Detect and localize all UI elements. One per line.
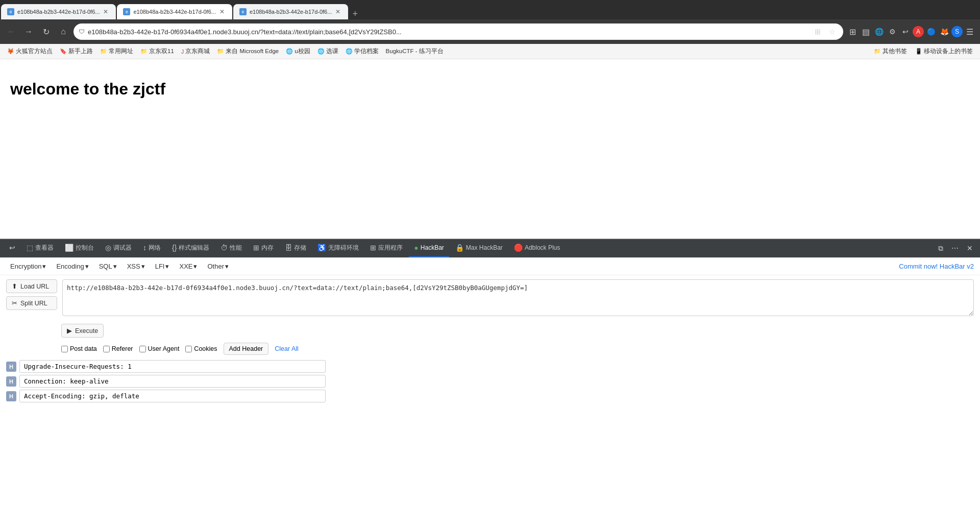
bookmark-uxiaoyuan[interactable]: 🌐 u校园 — [283, 46, 313, 56]
hackbar-menu-sql[interactable]: SQL ▾ — [95, 261, 121, 272]
bookmark-newuser[interactable]: 🔖 新手上路 — [57, 46, 96, 56]
hackbar-url-textarea[interactable]: http://e108b48a-b2b3-442e-b17d-0f6934a4f… — [62, 279, 974, 316]
hackbar-menu-encryption[interactable]: Encryption ▾ — [6, 261, 50, 272]
tab-1-close[interactable]: ✕ — [102, 8, 110, 16]
reload-button[interactable]: ↻ — [39, 25, 53, 39]
referer-checkbox-label[interactable]: Referer — [103, 345, 133, 352]
devtools-accessibility-tab[interactable]: ♿ 无障碍环境 — [312, 239, 364, 257]
execute-row: ▶ Execute — [0, 322, 980, 340]
devtools-adblock-icon: 🛑 — [514, 244, 523, 252]
cookies-checkbox-label[interactable]: Cookies — [185, 345, 217, 352]
xxe-chevron-icon: ▾ — [193, 262, 197, 270]
devtools-inspector-tab[interactable]: ⬚ 查看器 — [21, 239, 59, 257]
devtools-maxhackbar-tab[interactable]: 🔒 Max HackBar — [450, 239, 508, 257]
bookmark-jd[interactable]: J 京东商城 — [178, 46, 213, 56]
ext1-icon[interactable]: 🔵 — [925, 26, 937, 38]
devtools-hackbar-tab[interactable]: ● HackBar — [409, 239, 449, 257]
abp-icon[interactable]: A — [913, 26, 924, 37]
referer-checkbox[interactable] — [103, 346, 110, 352]
bookmark-mobile[interactable]: 📱 移动设备上的书签 — [912, 46, 976, 56]
header-row-1: H Connection: keep-alive — [6, 375, 974, 388]
tab-2[interactable]: e e108b48a-b2b3-442e-b17d-0f6... ✕ — [117, 4, 232, 19]
devtools-perf-tab[interactable]: ⏱ 性能 — [215, 239, 247, 257]
devtools-console-tab[interactable]: ⬜ 控制台 — [60, 239, 99, 257]
devtools-close-button[interactable]: ✕ — [964, 243, 976, 253]
post-data-checkbox[interactable] — [61, 346, 68, 352]
execute-button[interactable]: ▶ Execute — [61, 324, 104, 338]
devtools-style-tab[interactable]: {} 样式编辑器 — [167, 239, 214, 257]
back-button[interactable]: ← — [4, 25, 18, 39]
bookmark-other[interactable]: 📁 其他书签 — [871, 46, 910, 56]
user-agent-checkbox[interactable] — [139, 346, 146, 352]
other-chevron-icon: ▾ — [225, 262, 229, 270]
settings-icon[interactable]: ⚙ — [886, 26, 898, 38]
header-value-2[interactable]: Accept-Encoding: gzip, deflate — [19, 390, 326, 402]
bookmark-xuexin[interactable]: 🌐 学信档案 — [342, 46, 382, 56]
library-icon[interactable]: ⊞ — [846, 26, 859, 38]
bookmark-xuanke[interactable]: 🌐 选课 — [314, 46, 341, 56]
hackbar-url-area: http://e108b48a-b2b3-442e-b17d-0f6934a4f… — [62, 279, 974, 318]
header-badge-1: H — [6, 376, 16, 387]
new-tab-button[interactable]: + — [348, 9, 362, 19]
post-data-checkbox-label[interactable]: Post data — [61, 345, 97, 352]
devtools-memory-icon: ⊞ — [253, 244, 259, 252]
bookmark-uxiaoyuan-icon: 🌐 — [286, 48, 293, 55]
bookmark-bugku[interactable]: BugkuCTF - 练习平台 — [383, 46, 447, 56]
bookmark-jd11[interactable]: 📁 京东双11 — [137, 46, 177, 56]
ext2-icon[interactable]: 🦊 — [938, 26, 950, 38]
user-agent-checkbox-label[interactable]: User Agent — [139, 345, 180, 352]
tab-2-icon: e — [123, 8, 130, 15]
bookmark-firefox[interactable]: 🦊 火狐官方站点 — [4, 46, 56, 56]
add-header-button[interactable]: Add Header — [224, 343, 269, 355]
hackbar-menu-encoding[interactable]: Encoding ▾ — [52, 261, 92, 272]
ext3-icon[interactable]: S — [951, 26, 963, 37]
devtools-maxhackbar-icon: 🔒 — [455, 244, 464, 252]
devtools-hackbar-icon: ● — [414, 244, 418, 252]
bookmark-jd11-icon: 📁 — [140, 48, 148, 55]
hackbar-menu-xss[interactable]: XSS ▾ — [123, 261, 149, 272]
load-url-button[interactable]: ⬆ Load URL — [6, 279, 57, 293]
execute-icon: ▶ — [67, 327, 72, 334]
devtools-undock-button[interactable]: ⧉ — [935, 243, 946, 254]
forward-button[interactable]: → — [21, 25, 36, 39]
bookmarks-right: 📁 其他书签 📱 移动设备上的书签 — [871, 46, 976, 56]
sync-icon[interactable]: 🌐 — [873, 26, 885, 38]
sidebar-icon[interactable]: ▤ — [860, 26, 872, 38]
bookmark-star-icon[interactable]: ☆ — [826, 26, 838, 38]
devtools-memory-tab[interactable]: ⊞ 内存 — [248, 239, 279, 257]
hackbar-menu-other[interactable]: Other ▾ — [203, 261, 233, 272]
header-value-0[interactable]: Upgrade-Insecure-Requests: 1 — [19, 360, 326, 373]
bookmark-firefox-icon: 🦊 — [7, 48, 14, 55]
devtools-application-icon: ⊞ — [370, 244, 376, 252]
home-button[interactable]: ⌂ — [56, 25, 70, 39]
devtools-application-tab[interactable]: ⊞ 应用程序 — [365, 239, 408, 257]
devtools-more-button[interactable]: ⋯ — [948, 243, 962, 253]
devtools-adblock-tab[interactable]: 🛑 Adblock Plus — [509, 239, 565, 257]
browser-chrome: e e108b48a-b2b3-442e-b17d-0f6... ✕ e e10… — [0, 0, 980, 59]
clear-all-button[interactable]: Clear All — [275, 345, 299, 352]
devtools-debugger-tab[interactable]: ◎ 调试器 — [100, 239, 137, 257]
security-shield-icon: 🛡 — [79, 28, 85, 35]
devtools-storage-tab[interactable]: 🗄 存储 — [280, 239, 311, 257]
back-history-icon[interactable]: ↩ — [899, 26, 912, 38]
tab-1[interactable]: e e108b48a-b2b3-442e-b17d-0f6... ✕ — [1, 4, 116, 19]
bookmark-edge[interactable]: 📁 来自 Microsoft Edge — [214, 46, 282, 56]
hackbar-menu-xxe[interactable]: XXE ▾ — [175, 261, 201, 272]
menu-icon[interactable]: ☰ — [964, 26, 976, 38]
hackbar-commit-text: Commit now! HackBar v2 — [899, 262, 974, 270]
hackbar-menu-lfi[interactable]: LFI ▾ — [151, 261, 174, 272]
tab-3-close[interactable]: ✕ — [334, 8, 342, 16]
devtools-panel: ↩ ⬚ 查看器 ⬜ 控制台 ◎ 调试器 ↕ 网络 {} 样式编辑器 ⏱ 性能 ⊞… — [0, 238, 980, 404]
tab-2-close[interactable]: ✕ — [218, 8, 226, 16]
header-badge-0: H — [6, 362, 16, 372]
devtools-toggle-tab[interactable]: ↩ — [4, 239, 20, 257]
devtools-right-controls: ⧉ ⋯ ✕ — [935, 243, 976, 254]
tab-3[interactable]: e e108b48a-b2b3-442e-b17d-0f6... ✕ — [233, 4, 348, 19]
split-url-button[interactable]: ✂ Split URL — [6, 296, 57, 310]
devtools-network-tab[interactable]: ↕ 网络 — [138, 239, 166, 257]
url-input[interactable] — [88, 28, 808, 36]
header-value-1[interactable]: Connection: keep-alive — [19, 375, 326, 388]
cookies-checkbox[interactable] — [185, 346, 192, 352]
extension-icon[interactable]: ⊞ — [812, 26, 824, 38]
bookmark-common[interactable]: 📁 常用网址 — [97, 46, 136, 56]
